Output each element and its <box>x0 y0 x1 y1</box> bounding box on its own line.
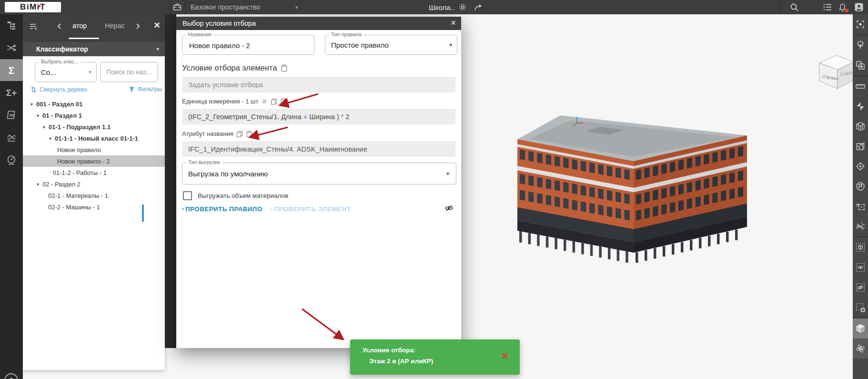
panel-scrollbar-thumb[interactable] <box>142 205 144 222</box>
share-icon[interactable] <box>473 2 483 12</box>
gauge-icon[interactable] <box>0 149 23 171</box>
chevron-down-icon[interactable]: ▾ <box>446 170 449 177</box>
panel-menu-icon[interactable] <box>28 21 38 31</box>
panel-close-button[interactable]: × <box>154 19 160 31</box>
isolate-box-icon[interactable] <box>853 237 868 257</box>
flag-circle-icon[interactable] <box>853 176 868 196</box>
check-element-button[interactable]: • ПРОВЕРИТЬ ЭЛЕМЕНТ <box>271 205 351 213</box>
visibility-eye-off-icon[interactable] <box>444 203 454 215</box>
dialog-close-button[interactable]: × <box>451 18 456 28</box>
class-select[interactable]: Выбрать клас... Со... ▾ <box>35 62 97 82</box>
app-logo[interactable]: BiMiT <box>5 2 61 12</box>
rule-type-select[interactable]: Тип правила Простое правило ▾ <box>325 35 457 55</box>
hide-eye-off-icon[interactable] <box>853 277 868 297</box>
copy-icon[interactable] <box>271 98 277 105</box>
divider <box>185 0 185 14</box>
structure-tree-icon[interactable] <box>0 14 23 37</box>
caret-down-icon[interactable]: ▾ <box>49 136 51 141</box>
materials-checkbox[interactable] <box>183 191 192 200</box>
notifications-bell-icon[interactable] <box>837 2 848 12</box>
cube-3d-icon[interactable] <box>853 318 868 338</box>
caret-down-icon[interactable]: ▾ <box>43 124 45 130</box>
paste-clipboard-icon[interactable] <box>280 98 287 105</box>
show-eye-icon[interactable] <box>853 257 868 277</box>
search-input[interactable] <box>101 62 158 82</box>
sigma-icon[interactable]: Σ <box>0 59 23 82</box>
search-icon[interactable] <box>789 2 799 12</box>
3d-building-model[interactable] <box>490 109 761 299</box>
tree-item[interactable]: ▾01-1-1 - Новый класс 01-1-1 <box>23 133 165 144</box>
focus-frame-icon[interactable] <box>853 14 868 34</box>
chart-lines-icon[interactable] <box>0 126 23 149</box>
attr-value-box[interactable]: IFC_1_Идентификация_Стены/4. ADSK_Наимен… <box>182 141 455 157</box>
tree-item[interactable]: ▾01-1 - Подраздел 1.1 <box>23 121 165 133</box>
caret-down-icon[interactable]: ▾ <box>30 102 33 107</box>
tree-item[interactable]: ▾02 - Раздел 2 <box>23 178 165 190</box>
briefcase-icon[interactable] <box>172 2 182 12</box>
tree-item[interactable]: 01-1-2 - Работы - 1 <box>23 167 165 178</box>
dialog-header: Выбор условия отбора × <box>176 17 461 30</box>
selection-frames-icon[interactable] <box>853 55 868 75</box>
tree-item[interactable]: ▾001 - Раздел 01 <box>23 98 165 110</box>
copy-icon[interactable] <box>236 131 243 137</box>
selection-condition-dialog: Выбор условия отбора × Название Тип прав… <box>176 17 461 348</box>
tree-icon[interactable] <box>853 35 868 55</box>
rule-name-input[interactable] <box>188 39 308 52</box>
caret-down-icon[interactable]: ▾ <box>37 182 39 187</box>
locate-target-icon[interactable] <box>853 156 868 176</box>
gear-icon[interactable] <box>457 2 468 12</box>
axes-intersect-icon[interactable]: 12 <box>853 216 868 236</box>
tree-search <box>100 62 158 82</box>
flash-icon[interactable] <box>853 96 868 116</box>
tree-item[interactable]: Новое правило - 2 <box>23 155 165 167</box>
clear-selection-icon[interactable] <box>853 297 868 318</box>
paste-clipboard-icon[interactable] <box>281 64 288 72</box>
section-box-icon[interactable] <box>853 116 868 136</box>
paste-clipboard-icon[interactable] <box>246 131 252 137</box>
condition-input-box[interactable]: Задать условие отбора <box>182 77 455 92</box>
floor-plan-icon[interactable] <box>853 136 868 156</box>
shuffle-icon[interactable] <box>0 37 23 59</box>
chevron-down-icon[interactable]: ▾ <box>89 69 91 75</box>
user-avatar-icon[interactable] <box>854 2 864 12</box>
unit-row: Единица измерения - 1 шт <box>182 98 287 105</box>
tree-item[interactable]: Новое правило <box>23 144 165 155</box>
chevron-down-icon[interactable]: ▾ <box>449 41 452 48</box>
navigation-cube[interactable]: Справа Сзади <box>816 51 858 92</box>
list-menu-icon[interactable] <box>822 2 833 12</box>
tree-item[interactable]: ▾01 - Раздел 1 <box>23 110 165 121</box>
workspace-selector-label[interactable]: Базовое пространство <box>191 0 260 14</box>
tab-neras[interactable]: Нерас <box>105 22 125 30</box>
tab-classifier[interactable]: атор <box>72 22 87 30</box>
collapse-tree-link[interactable]: Свернуть дерево <box>30 86 87 93</box>
tree-item[interactable]: 02-1 - Материалы - 1 <box>23 190 165 201</box>
tabs-scroll-left-icon[interactable] <box>54 21 65 31</box>
materials-checkbox-row[interactable]: Выгружать объем материалов <box>183 191 288 200</box>
active-tab-underline <box>69 38 99 39</box>
caret-down-icon[interactable]: ▾ <box>37 113 39 118</box>
help-button[interactable]: ? <box>4 373 18 379</box>
gear-icon[interactable] <box>261 98 268 105</box>
collapse-arrows-icon <box>30 86 37 93</box>
toast-close-button[interactable]: × <box>502 350 508 361</box>
toast-title: Условия отбора: <box>363 347 415 354</box>
tree-item-label: 01-1-1 - Новый класс 01-1-1 <box>55 135 138 142</box>
dialog-actions: • ПРОВЕРИТЬ ПРАВИЛО • ПРОВЕРИТЬ ЭЛЕМЕНТ <box>182 205 351 213</box>
tree-item-label: Новое правило <box>57 146 101 154</box>
selection-save-icon[interactable]: S <box>853 196 868 216</box>
classifier-header[interactable]: Классификатор ▾ <box>23 42 165 56</box>
divider <box>780 0 780 14</box>
filters-link[interactable]: Фильтры <box>129 86 162 92</box>
check-rule-button[interactable]: • ПРОВЕРИТЬ ПРАВИЛО <box>182 205 262 213</box>
top-app-bar: BiMiT Базовое пространство ▾ Школа.. <box>0 0 868 14</box>
sigma-plus-icon[interactable]: Σ+ <box>0 82 23 104</box>
orbit-icon[interactable] <box>853 338 868 359</box>
export-type-select[interactable]: Тип выгрузки Выгрузка по умолчанию ▾ <box>182 163 456 184</box>
chevron-down-icon[interactable]: ▾ <box>295 0 298 14</box>
formula-part: 2 <box>343 113 349 121</box>
chevron-down-icon[interactable]: ▾ <box>156 46 159 52</box>
unit-formula-box[interactable]: (IFC_2_Геометрия_Стены/1. Длина + Ширина… <box>182 109 455 124</box>
ruler-icon[interactable] <box>853 76 868 96</box>
doc-2d-icon[interactable]: 2D <box>0 104 23 126</box>
tabs-scroll-right-icon[interactable] <box>132 21 143 31</box>
